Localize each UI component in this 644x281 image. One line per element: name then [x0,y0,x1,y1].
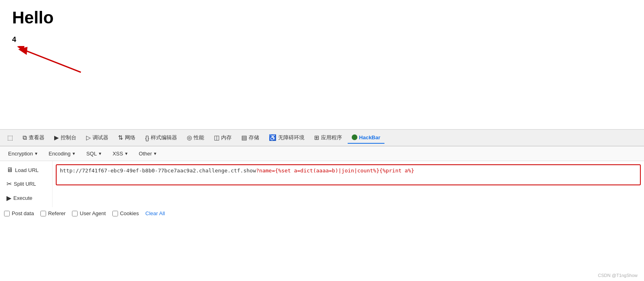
red-arrow-icon [12,46,93,78]
devtools-tab-hackbar[interactable]: HackBar [348,132,384,144]
devtools-tab-inspector[interactable]: ⧉ 查看器 [19,132,49,144]
load-url-icon: 🖥 [6,166,13,174]
devtools-tab-pick[interactable]: ⬚ [3,132,17,144]
devtools-tab-debugger[interactable]: ▷ 调试器 [82,132,112,144]
network-icon: ⇅ [118,134,123,141]
devtools-tab-console[interactable]: ▶ 控制台 [50,132,80,144]
number-label: 4 [12,36,16,44]
url-base: http://72f41f67-ebc9-49ef-b8b0-77bce7aac… [60,168,256,174]
other-chevron-icon: ▼ [153,151,157,156]
other-menu-btn[interactable]: Other ▼ [135,149,161,158]
url-input[interactable]: http://72f41f67-ebc9-49ef-b8b0-77bce7aac… [56,164,641,185]
svg-line-0 [24,50,81,72]
sql-menu-btn[interactable]: SQL ▼ [82,149,106,158]
cookies-checkbox[interactable] [112,211,118,216]
storage-icon: ▤ [241,134,247,141]
xss-chevron-icon: ▼ [124,151,128,156]
encryption-chevron-icon: ▼ [34,151,38,156]
hackbar-sidebar: 🖥 Load URL ✂ Split URL ▶ Execute [0,161,53,207]
execute-button[interactable]: ▶ Execute [2,192,50,204]
devtools-tab-a11y[interactable]: ♿ 无障碍环境 [265,132,308,144]
devtools-tab-style-editor[interactable]: {} 样式编辑器 [141,132,181,144]
devtools-tab-apps[interactable]: ⊞ 应用程序 [310,132,346,144]
hackbar-footer: Post data Referer User Agent Cookies Cle… [0,207,644,220]
load-url-button[interactable]: 🖥 Load URL [2,164,50,176]
style-editor-icon: {} [145,134,149,141]
xss-menu-btn[interactable]: XSS ▼ [108,149,132,158]
hackbar-panel: Encryption ▼ Encoding ▼ SQL ▼ XSS ▼ Othe… [0,146,644,220]
hackbar-menu: Encryption ▼ Encoding ▼ SQL ▼ XSS ▼ Othe… [0,147,644,161]
hackbar-body: 🖥 Load URL ✂ Split URL ▶ Execute http://… [0,161,644,207]
cookies-checkbox-label[interactable]: Cookies [112,210,139,216]
pick-icon: ⬚ [7,134,13,141]
user-agent-checkbox[interactable] [72,211,78,216]
user-agent-checkbox-label[interactable]: User Agent [72,210,106,216]
sql-chevron-icon: ▼ [98,151,102,156]
a11y-icon: ♿ [269,134,277,141]
execute-icon: ▶ [6,194,11,202]
url-highlight: ?name={%set a=dict(aaaa=b)|join|count%}{… [256,168,414,174]
devtools-tab-network[interactable]: ⇅ 网络 [114,132,139,144]
hackbar-icon [352,134,357,140]
encoding-menu-btn[interactable]: Encoding ▼ [44,149,80,158]
arrow-container [12,46,93,78]
encoding-chevron-icon: ▼ [72,151,76,156]
split-url-icon: ✂ [6,180,12,188]
devtools-tab-storage[interactable]: ▤ 存储 [237,132,263,144]
clear-all-button[interactable]: Clear All [146,210,165,216]
performance-icon: ◎ [187,134,192,141]
split-url-button[interactable]: ✂ Split URL [2,178,50,190]
hackbar-url-area: http://72f41f67-ebc9-49ef-b8b0-77bce7aac… [53,161,644,207]
referer-checkbox-label[interactable]: Referer [40,210,65,216]
inspector-icon: ⧉ [23,134,27,141]
encryption-menu-btn[interactable]: Encryption ▼ [4,149,42,158]
post-data-checkbox-label[interactable]: Post data [4,210,34,216]
apps-icon: ⊞ [314,134,319,141]
devtools-toolbar: ⬚ ⧉ 查看器 ▶ 控制台 ▷ 调试器 ⇅ 网络 {} 样式编辑器 ◎ 性能 ◫… [0,129,644,146]
page-title: Hello [12,8,632,27]
post-data-checkbox[interactable] [4,211,10,216]
devtools-tab-performance[interactable]: ◎ 性能 [183,132,208,144]
referer-checkbox[interactable] [40,211,46,216]
console-icon: ▶ [54,134,59,141]
memory-icon: ◫ [214,134,220,141]
devtools-tab-memory[interactable]: ◫ 内存 [210,132,236,144]
debugger-icon: ▷ [86,134,91,141]
main-content: Hello 4 [0,0,644,129]
